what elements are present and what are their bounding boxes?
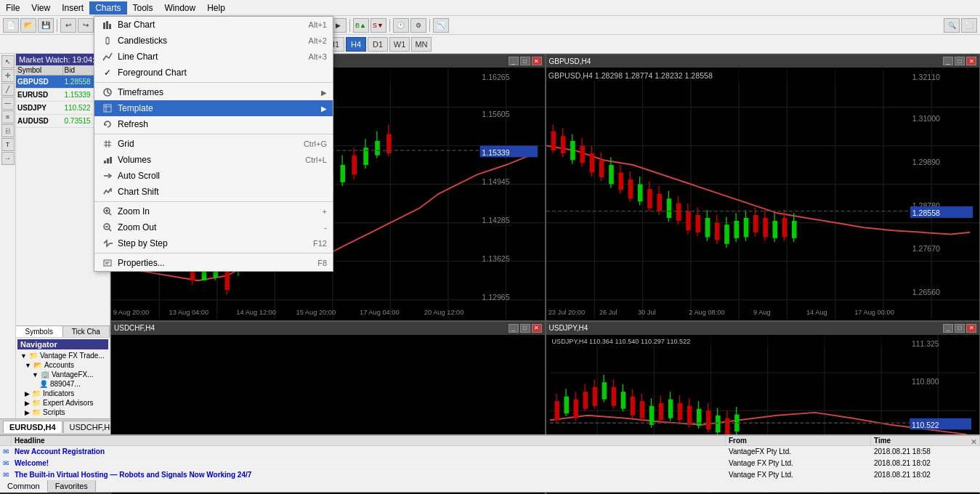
menu-item-foreground-chart[interactable]: ✓ Foreground Chart	[94, 65, 333, 81]
menu-charts[interactable]: Charts	[89, 1, 126, 15]
menu-item-template[interactable]: Template ▶	[94, 100, 333, 116]
undo-btn[interactable]: ↩	[60, 18, 76, 33]
menu-window[interactable]: Window	[159, 1, 202, 15]
redo-btn[interactable]: ↪	[78, 18, 94, 33]
step-by-step-label: Step by Step	[118, 238, 299, 248]
nav-accounts[interactable]: ▼ 📂 Accounts	[17, 360, 108, 370]
nav-account-num[interactable]: 👤 889047...	[17, 379, 108, 389]
tf-mn[interactable]: MN	[411, 37, 432, 52]
mw-tab-tick[interactable]: Tick Cha	[63, 326, 110, 337]
terminal-panel: ✕ Headline From Time ✉ New Account Regis…	[0, 434, 980, 493]
svg-rect-261	[107, 158, 109, 163]
menu-item-zoom-out[interactable]: Zoom Out -	[94, 219, 333, 235]
svg-text:30 Jul: 30 Jul	[637, 309, 655, 316]
tf-d1[interactable]: D1	[368, 37, 388, 52]
terminal-content: Headline From Time ✉ New Account Registr…	[0, 436, 980, 480]
chart-gbpusd-restore[interactable]: □	[955, 57, 965, 65]
svg-rect-246	[109, 24, 111, 29]
svg-line-270	[109, 229, 111, 231]
menu-item-candlesticks[interactable]: Candlesticks Alt+2	[94, 33, 333, 49]
menu-item-timeframes[interactable]: Timeframes ▶	[94, 84, 333, 100]
line-tool[interactable]: ╱	[1, 83, 15, 96]
menu-file[interactable]: File	[0, 1, 25, 15]
svg-rect-133	[705, 218, 710, 238]
text-tool[interactable]: T	[1, 138, 15, 151]
mw-tab-symbols[interactable]: Symbols	[16, 326, 63, 337]
chart-gbpusd[interactable]: GBPUSD,H4 _ □ ✕	[546, 54, 981, 321]
separator-1	[94, 82, 333, 83]
terminal-row-2[interactable]: ✉ The Built-in Virtual Hosting — Robots …	[0, 469, 980, 480]
chart-usdjpy-minimize[interactable]: _	[943, 324, 953, 333]
menu-item-properties[interactable]: Properties... F8	[94, 255, 333, 271]
terminal-close-btn[interactable]: ✕	[971, 437, 977, 447]
fib-tool[interactable]: ⌸	[1, 124, 15, 137]
terminal-row-0[interactable]: ✉ New Account Registration VantageFX Pty…	[0, 446, 980, 458]
svg-line-266	[109, 213, 111, 215]
menu-tools[interactable]: Tools	[127, 1, 159, 15]
term-tab-favorites[interactable]: Favorites	[48, 480, 96, 492]
chart-gbpusd-minimize[interactable]: _	[943, 57, 953, 65]
chart-eurusd-close[interactable]: ✕	[532, 57, 542, 65]
menu-item-refresh[interactable]: Refresh	[94, 116, 333, 132]
grid-icon	[100, 139, 115, 149]
term-row1-headline: Welcome!	[12, 459, 726, 467]
tf-h4[interactable]: H4	[346, 37, 366, 52]
svg-rect-272	[104, 260, 111, 266]
chart-tab-eurusd[interactable]: EURUSD,H4	[3, 421, 62, 433]
menu-item-line-chart[interactable]: Line Chart Alt+3	[94, 49, 333, 65]
chart-eurusd-restore[interactable]: □	[520, 57, 530, 65]
svg-text:23 Jul 20:00: 23 Jul 20:00	[548, 309, 585, 316]
clock-btn[interactable]: 🕐	[393, 18, 409, 33]
indicator-btn[interactable]: 📉	[433, 18, 449, 33]
nav-vantage[interactable]: ▼ 📁 Vantage FX Trade...	[17, 351, 108, 360]
search-btn[interactable]: 🔍	[944, 18, 960, 33]
nav-indicators[interactable]: ▶ 📁 Indicators	[17, 389, 108, 398]
chart-usdchf-restore[interactable]: □	[520, 324, 530, 333]
menu-item-step-by-step[interactable]: Step by Step F12	[94, 235, 333, 251]
crosshair-tool[interactable]: ✛	[1, 69, 15, 82]
charts-dropdown-menu: Bar Chart Alt+1 Candlesticks Alt+2 Line …	[94, 16, 333, 272]
navigator-header: Navigator	[17, 339, 108, 349]
hline-tool[interactable]: —	[1, 97, 15, 110]
candlestick-icon	[100, 36, 115, 46]
chart-gbpusd-close[interactable]: ✕	[966, 57, 976, 65]
open-btn[interactable]: 📂	[20, 18, 36, 33]
chart-usdchf-close[interactable]: ✕	[532, 324, 542, 333]
svg-rect-245	[106, 21, 108, 29]
buy-btn[interactable]: B▲	[353, 18, 369, 33]
menu-item-zoom-in[interactable]: Zoom In +	[94, 203, 333, 219]
sell-btn[interactable]: S▼	[370, 18, 386, 33]
term-row1-from: Vantage FX Pty Ltd.	[726, 459, 871, 467]
tf-w1[interactable]: W1	[389, 37, 410, 52]
chart-eurusd-minimize[interactable]: _	[509, 57, 519, 65]
chart-usdjpy-controls: _ □ ✕	[943, 324, 976, 333]
chart-usdjpy-close[interactable]: ✕	[966, 324, 976, 333]
settings-btn[interactable]: ⚙	[410, 18, 426, 33]
arrow-tool[interactable]: →	[1, 152, 15, 165]
chart-usdjpy-restore[interactable]: □	[955, 324, 965, 333]
chart-usdchf-minimize[interactable]: _	[509, 324, 519, 333]
menu-view[interactable]: View	[25, 1, 56, 15]
separator-4	[94, 253, 333, 254]
nav-expert-advisors[interactable]: ▶ 📁 Expert Advisors	[17, 398, 108, 408]
nav-vantagefx[interactable]: ▼ 🏢 VantageFX...	[17, 370, 108, 379]
menu-item-auto-scroll[interactable]: Auto Scroll	[94, 168, 333, 184]
term-tab-common[interactable]: Common	[0, 480, 48, 493]
search2-btn[interactable]: ⬜	[961, 18, 977, 33]
cursor-tool[interactable]: ↖	[1, 55, 15, 68]
menu-insert[interactable]: Insert	[56, 1, 89, 15]
zoom-in-icon	[100, 206, 115, 216]
menu-item-bar-chart[interactable]: Bar Chart Alt+1	[94, 17, 333, 33]
menu-item-grid[interactable]: Grid Ctrl+G	[94, 136, 333, 152]
new-btn[interactable]: 📄	[3, 18, 19, 33]
template-icon	[100, 103, 115, 113]
menu-item-volumes[interactable]: Volumes Ctrl+L	[94, 152, 333, 168]
terminal-row-1[interactable]: ✉ Welcome! Vantage FX Pty Ltd. 2018.08.2…	[0, 458, 980, 469]
svg-rect-201	[649, 405, 654, 424]
menu-item-chart-shift[interactable]: Chart Shift	[94, 184, 333, 200]
channel-tool[interactable]: ≡	[1, 110, 15, 124]
save-btn[interactable]: 💾	[38, 18, 54, 33]
nav-scripts[interactable]: ▶ 📁 Scripts	[17, 408, 108, 417]
menu-help[interactable]: Help	[201, 1, 231, 15]
properties-shortcut: F8	[317, 259, 327, 267]
